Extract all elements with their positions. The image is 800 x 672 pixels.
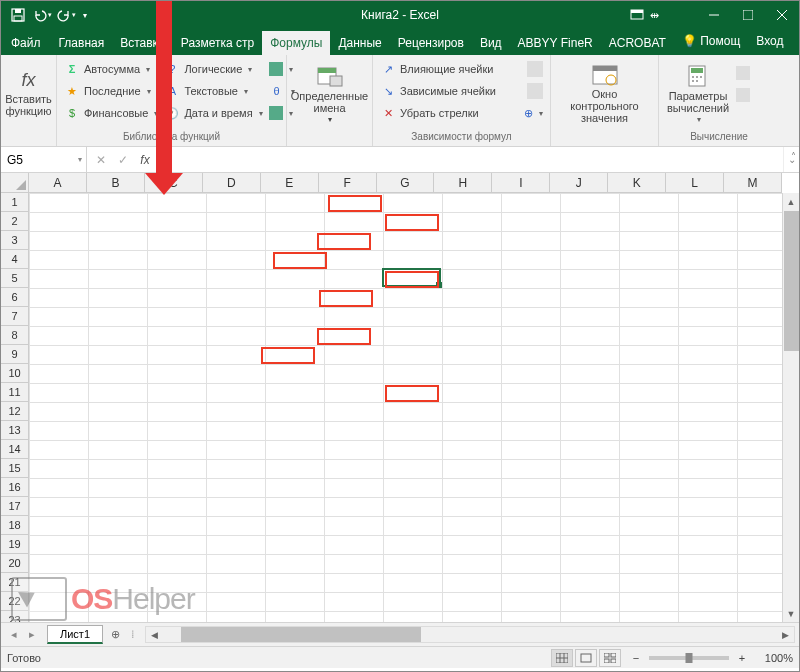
financial-button[interactable]: $Финансовые bbox=[61, 102, 161, 124]
trace-precedents-button[interactable]: ↗Влияющие ячейки bbox=[377, 58, 546, 80]
file-tab[interactable]: Файл bbox=[1, 31, 51, 55]
row-header-9[interactable]: 9 bbox=[1, 345, 28, 364]
col-header-E[interactable]: E bbox=[261, 173, 319, 192]
close-button[interactable] bbox=[765, 1, 799, 29]
calc-sheet-button[interactable] bbox=[733, 84, 753, 106]
col-header-I[interactable]: I bbox=[492, 173, 550, 192]
row-header-13[interactable]: 13 bbox=[1, 421, 28, 440]
text-button[interactable]: AТекстовые bbox=[161, 80, 265, 102]
col-header-B[interactable]: B bbox=[87, 173, 145, 192]
row-header-1[interactable]: 1 bbox=[1, 193, 28, 212]
row-header-22[interactable]: 22 bbox=[1, 592, 28, 611]
row-header-2[interactable]: 2 bbox=[1, 212, 28, 231]
scroll-right-button[interactable]: ▶ bbox=[777, 630, 794, 640]
collapse-ribbon-button[interactable]: ˄ bbox=[791, 151, 796, 162]
maximize-button[interactable] bbox=[731, 1, 765, 29]
sheet-tab[interactable]: Лист1 bbox=[47, 625, 103, 644]
logical-button[interactable]: ?Логические bbox=[161, 58, 265, 80]
col-header-K[interactable]: K bbox=[608, 173, 666, 192]
row-header-17[interactable]: 17 bbox=[1, 497, 28, 516]
name-manager-button[interactable]: Определенные имена ▾ bbox=[291, 58, 368, 130]
scroll-left-button[interactable]: ◀ bbox=[146, 630, 163, 640]
calc-options-button[interactable]: Параметры вычислений bbox=[663, 58, 733, 130]
row-header-14[interactable]: 14 bbox=[1, 440, 28, 459]
tab-home[interactable]: Главная bbox=[51, 31, 113, 55]
trace-dependents-button[interactable]: ↘Зависимые ячейки bbox=[377, 80, 546, 102]
name-box[interactable]: G5 bbox=[1, 147, 87, 172]
row-header-10[interactable]: 10 bbox=[1, 364, 28, 383]
row-header-4[interactable]: 4 bbox=[1, 250, 28, 269]
qat-customize[interactable]: ▾ bbox=[79, 3, 91, 27]
minimize-button[interactable] bbox=[697, 1, 731, 29]
tab-view[interactable]: Вид bbox=[472, 31, 510, 55]
sign-in[interactable]: Вход bbox=[748, 29, 791, 53]
col-header-F[interactable]: F bbox=[319, 173, 377, 192]
tab-abbyy[interactable]: ABBYY FineR bbox=[510, 31, 601, 55]
tab-page-layout[interactable]: Разметка стр bbox=[173, 31, 262, 55]
select-all-button[interactable] bbox=[1, 173, 29, 193]
add-sheet-button[interactable]: ⊕ bbox=[105, 625, 125, 645]
row-header-5[interactable]: 5 bbox=[1, 269, 28, 288]
watch-window-button[interactable]: Окно контрольного значения bbox=[555, 58, 654, 130]
row-header-11[interactable]: 11 bbox=[1, 383, 28, 402]
row-header-3[interactable]: 3 bbox=[1, 231, 28, 250]
insert-function-button[interactable]: fx Вставить функцию bbox=[5, 58, 52, 130]
vertical-scrollbar[interactable]: ▲ ▼ bbox=[782, 193, 799, 622]
tab-data[interactable]: Данные bbox=[330, 31, 389, 55]
col-header-G[interactable]: G bbox=[377, 173, 435, 192]
row-header-21[interactable]: 21 bbox=[1, 573, 28, 592]
tell-me[interactable]: 💡 Помощ bbox=[674, 29, 748, 53]
tab-formulas[interactable]: Формулы bbox=[262, 31, 330, 55]
row-header-7[interactable]: 7 bbox=[1, 307, 28, 326]
col-header-C[interactable]: C bbox=[145, 173, 203, 192]
calc-now-button[interactable] bbox=[733, 62, 753, 84]
datetime-button[interactable]: 🕐Дата и время bbox=[161, 102, 265, 124]
row-header-15[interactable]: 15 bbox=[1, 459, 28, 478]
sheet-nav-next[interactable]: ▸ bbox=[23, 628, 41, 641]
col-header-M[interactable]: M bbox=[724, 173, 782, 192]
show-formulas-icon[interactable] bbox=[527, 61, 543, 77]
formula-input[interactable] bbox=[159, 147, 783, 172]
scroll-up-button[interactable]: ▲ bbox=[783, 193, 799, 210]
zoom-level[interactable]: 100% bbox=[755, 652, 793, 664]
col-header-J[interactable]: J bbox=[550, 173, 608, 192]
sheet-nav-prev[interactable]: ◂ bbox=[5, 628, 23, 641]
page-layout-view-button[interactable] bbox=[575, 649, 597, 667]
recent-button[interactable]: ★Последние bbox=[61, 80, 161, 102]
row-header-16[interactable]: 16 bbox=[1, 478, 28, 497]
share-button[interactable]: Общий доступ bbox=[791, 27, 800, 55]
redo-button[interactable]: ▾ bbox=[55, 3, 77, 27]
tab-review[interactable]: Рецензиров bbox=[390, 31, 472, 55]
col-header-L[interactable]: L bbox=[666, 173, 724, 192]
col-header-H[interactable]: H bbox=[434, 173, 492, 192]
cells-area[interactable] bbox=[29, 193, 782, 622]
row-header-18[interactable]: 18 bbox=[1, 516, 28, 535]
fx-button[interactable]: fx bbox=[135, 150, 155, 170]
touch-mode-icon[interactable]: ⇹ bbox=[650, 9, 659, 22]
zoom-slider[interactable] bbox=[649, 656, 729, 660]
autosum-button[interactable]: ΣАвтосумма bbox=[61, 58, 161, 80]
ribbon-options-icon[interactable] bbox=[630, 9, 644, 21]
page-break-view-button[interactable] bbox=[599, 649, 621, 667]
col-header-D[interactable]: D bbox=[203, 173, 261, 192]
scroll-down-button[interactable]: ▼ bbox=[783, 605, 799, 622]
row-header-8[interactable]: 8 bbox=[1, 326, 28, 345]
undo-button[interactable]: ▾ bbox=[31, 3, 53, 27]
enter-formula-button[interactable]: ✓ bbox=[113, 150, 133, 170]
zoom-in-button[interactable]: + bbox=[735, 652, 749, 664]
error-check-icon[interactable] bbox=[527, 83, 543, 99]
cancel-formula-button[interactable]: ✕ bbox=[91, 150, 111, 170]
row-header-12[interactable]: 12 bbox=[1, 402, 28, 421]
evaluate-icon[interactable]: ⊕ bbox=[524, 107, 533, 120]
horizontal-scrollbar[interactable]: ◀ ▶ bbox=[145, 626, 795, 643]
remove-arrows-button[interactable]: ✕Убрать стрелки⊕ bbox=[377, 102, 546, 124]
tab-insert[interactable]: Вставка bbox=[112, 31, 173, 55]
tab-acrobat[interactable]: ACROBAT bbox=[601, 31, 674, 55]
zoom-out-button[interactable]: − bbox=[629, 652, 643, 664]
row-header-23[interactable]: 23 bbox=[1, 611, 28, 622]
row-header-19[interactable]: 19 bbox=[1, 535, 28, 554]
save-button[interactable] bbox=[7, 3, 29, 27]
normal-view-button[interactable] bbox=[551, 649, 573, 667]
row-header-20[interactable]: 20 bbox=[1, 554, 28, 573]
col-header-A[interactable]: A bbox=[29, 173, 87, 192]
